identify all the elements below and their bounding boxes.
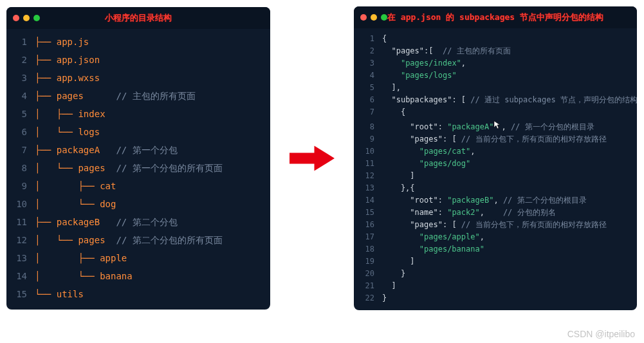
line-number: 16 (354, 221, 382, 228)
window-dots (360, 14, 387, 21)
code-token: index (78, 109, 105, 118)
code-token: "pages" (410, 221, 443, 228)
code-token: │ ├── (35, 109, 78, 118)
line-number: 5 (6, 109, 35, 118)
code-token: app.json (57, 55, 100, 64)
line-number: 21 (354, 282, 382, 290)
code-token: pages (78, 236, 105, 245)
maximize-icon[interactable] (33, 15, 40, 21)
line-number: 13 (6, 254, 35, 263)
code-line: 21 ] (354, 279, 637, 292)
code-token: "pages/index" (401, 59, 461, 67)
code-token (382, 96, 391, 104)
code-token: , (461, 59, 466, 67)
line-number: 15 (354, 209, 382, 216)
code-token: banana (100, 272, 133, 281)
code-token: packageA (57, 145, 100, 154)
code-token: // 第一个分包的根目录 (511, 123, 594, 131)
code-token (382, 245, 419, 253)
code-token (382, 123, 410, 131)
code-token: // 第一个分包的所有页面 (106, 163, 223, 172)
line-number: 8 (6, 163, 35, 172)
code-token: // 分包的别名 (503, 209, 556, 216)
code-line: 10 "pages/cat", (354, 145, 637, 157)
code-token: "pages" (391, 47, 424, 55)
code-token: apple (100, 254, 127, 263)
code-line: 7 { (354, 106, 637, 118)
code-token: app.wxss (57, 73, 100, 82)
code-line: 8 "root": "packageA", // 第一个分包的根目录 (354, 118, 637, 133)
code-token: cat (100, 181, 116, 190)
code-token: // 第二个分包 (100, 218, 178, 227)
line-number: 13 (354, 184, 382, 192)
code-token: "root" (410, 196, 437, 204)
code-token: packageB (57, 218, 100, 227)
code-line: 14 "root": "packageB", // 第二个分包的根目录 (354, 194, 637, 206)
line-number: 11 (354, 160, 382, 167)
code-line: 5 ], (354, 81, 637, 93)
code-token: // 当前分包下，所有页面的相对存放路径 (461, 221, 607, 228)
code-token: : (438, 123, 447, 131)
line-number: 15 (6, 290, 35, 299)
line-number: 17 (354, 233, 382, 241)
code-token (382, 59, 401, 67)
code-token: │ └── (35, 127, 78, 136)
code-line: 9│ ├── cat (6, 177, 270, 195)
line-number: 2 (354, 47, 382, 55)
code-line: 14│ └── banana (6, 267, 270, 285)
code-line: 12│ └── pages // 第二个分包的所有页面 (6, 231, 270, 249)
code-line: 22} (354, 292, 637, 304)
left-titlebar: 小程序的目录结构 (6, 7, 270, 29)
maximize-icon[interactable] (381, 14, 387, 21)
code-token: │ ├── (35, 254, 100, 263)
code-token: { (382, 35, 387, 42)
code-token: ├── (35, 37, 57, 46)
line-number: 10 (354, 147, 382, 155)
code-token: // 主包的所有页面 (84, 91, 196, 100)
code-line: 1├── app.js (6, 33, 270, 51)
code-token: pages (57, 91, 84, 100)
code-token: ], (382, 84, 401, 91)
right-titlebar: 在 app.json 的 subpackages 节点中声明分包的结构 (354, 6, 637, 28)
line-number: 1 (6, 37, 35, 46)
code-token: // 第二个分包的根目录 (503, 196, 587, 204)
code-line: 12 ] (354, 169, 637, 181)
close-icon[interactable] (360, 14, 367, 21)
code-token: │ └── (35, 199, 100, 209)
code-line: 20 } (354, 267, 637, 279)
code-token: │ └── (35, 236, 78, 245)
code-token: ├── (35, 145, 57, 154)
right-panel: 在 app.json 的 subpackages 节点中声明分包的结构 1{2 … (354, 6, 637, 310)
code-token: , (480, 209, 503, 216)
code-line: 11 "pages/dog" (354, 157, 637, 169)
code-line: 16 "pages": [ // 当前分包下，所有页面的相对存放路径 (354, 218, 637, 230)
line-number: 11 (6, 218, 35, 227)
code-line: 3├── app.wxss (6, 69, 270, 87)
line-number: 3 (354, 59, 382, 67)
line-number: 6 (6, 127, 35, 136)
code-line: 15 "name": "pack2", // 分包的别名 (354, 206, 637, 218)
code-token: "packageA" (447, 123, 493, 131)
code-line: 13 },{ (354, 181, 637, 194)
code-token: ] (382, 172, 415, 180)
code-token (382, 71, 401, 79)
code-token: ] (382, 282, 396, 290)
code-token: ├── (35, 55, 57, 64)
line-number: 14 (6, 272, 35, 281)
code-token: , (501, 123, 510, 131)
code-token: : (438, 209, 447, 216)
line-number: 10 (6, 199, 35, 209)
code-line: 2 "pages":[ // 主包的所有页面 (354, 44, 637, 57)
line-number: 2 (6, 55, 35, 64)
code-token: : [ (443, 221, 461, 228)
close-icon[interactable] (13, 15, 19, 21)
code-token (382, 147, 419, 155)
minimize-icon[interactable] (371, 14, 377, 21)
code-token: : [ (452, 96, 470, 104)
code-token: } (382, 294, 387, 302)
line-number: 5 (354, 84, 382, 91)
code-line: 4 "pages/logs" (354, 69, 637, 81)
minimize-icon[interactable] (23, 15, 30, 21)
code-line: 10│ └── dog (6, 195, 270, 213)
layout: 小程序的目录结构 1├── app.js2├── app.json3├── ap… (6, 6, 638, 310)
